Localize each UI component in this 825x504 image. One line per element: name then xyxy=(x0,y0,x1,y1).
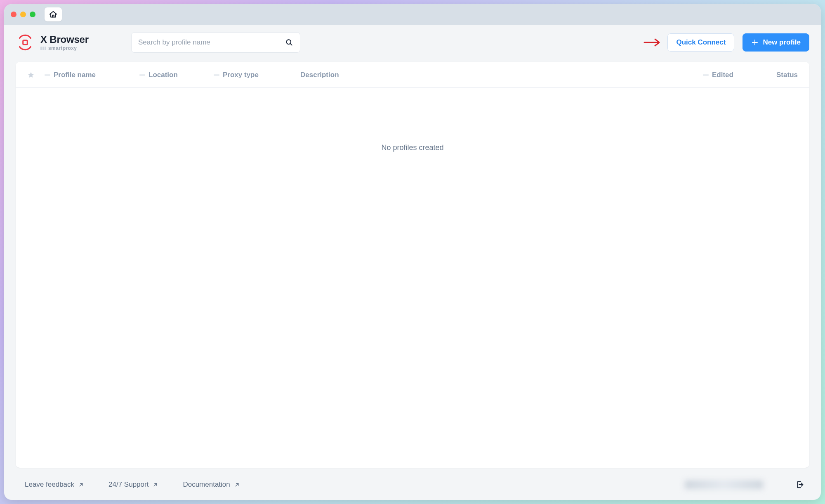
home-tab[interactable] xyxy=(45,7,62,21)
close-window-button[interactable] xyxy=(11,12,16,17)
documentation-link[interactable]: Documentation xyxy=(183,481,239,489)
column-profile-name[interactable]: Profile name xyxy=(45,71,139,79)
maximize-window-button[interactable] xyxy=(30,12,35,17)
star-icon xyxy=(27,71,35,79)
new-profile-button[interactable]: New profile xyxy=(742,33,809,52)
account-label-redacted xyxy=(685,480,763,489)
header: X Browser smartproxy Quick xyxy=(4,25,821,58)
table-header: Profile name Location Proxy type Descrip… xyxy=(16,62,809,88)
column-edited[interactable]: Edited xyxy=(703,71,761,79)
sort-icon xyxy=(214,75,219,76)
callout-arrow-icon xyxy=(644,38,662,47)
minimize-window-button[interactable] xyxy=(20,12,26,17)
bars-icon xyxy=(40,47,46,50)
logout-button[interactable] xyxy=(795,480,804,489)
plus-icon xyxy=(751,39,759,46)
home-icon xyxy=(49,10,58,19)
svg-rect-0 xyxy=(23,40,28,45)
svg-line-7 xyxy=(154,483,157,486)
support-link[interactable]: 24/7 Support xyxy=(108,481,158,489)
external-link-icon xyxy=(153,482,158,488)
search-icon xyxy=(285,38,293,47)
sort-icon xyxy=(139,75,145,76)
titlebar xyxy=(4,4,821,25)
column-favorite[interactable] xyxy=(27,71,45,79)
sort-icon xyxy=(45,75,50,76)
svg-line-6 xyxy=(80,483,82,486)
app-logo-icon xyxy=(16,33,35,52)
logout-icon xyxy=(795,480,804,489)
column-proxy-type[interactable]: Proxy type xyxy=(214,71,300,79)
column-location[interactable]: Location xyxy=(139,71,214,79)
svg-line-8 xyxy=(236,483,238,486)
quick-connect-button[interactable]: Quick Connect xyxy=(667,33,734,52)
search-field[interactable] xyxy=(131,32,300,53)
empty-state: No profiles created xyxy=(16,88,809,468)
app-window: X Browser smartproxy Quick xyxy=(4,4,821,500)
brand: X Browser smartproxy xyxy=(16,33,123,52)
column-description: Description xyxy=(300,71,395,79)
footer: Leave feedback 24/7 Support Documentatio… xyxy=(4,468,821,500)
sort-icon xyxy=(703,75,709,76)
external-link-icon xyxy=(234,482,240,488)
app-title: X Browser xyxy=(40,34,89,45)
leave-feedback-link[interactable]: Leave feedback xyxy=(25,481,84,489)
search-input[interactable] xyxy=(138,38,281,47)
app-subtitle: smartproxy xyxy=(40,45,89,51)
column-status: Status xyxy=(761,71,798,79)
svg-line-2 xyxy=(290,44,292,45)
profiles-table: Profile name Location Proxy type Descrip… xyxy=(16,62,809,468)
external-link-icon xyxy=(78,482,84,488)
window-controls xyxy=(11,12,35,17)
